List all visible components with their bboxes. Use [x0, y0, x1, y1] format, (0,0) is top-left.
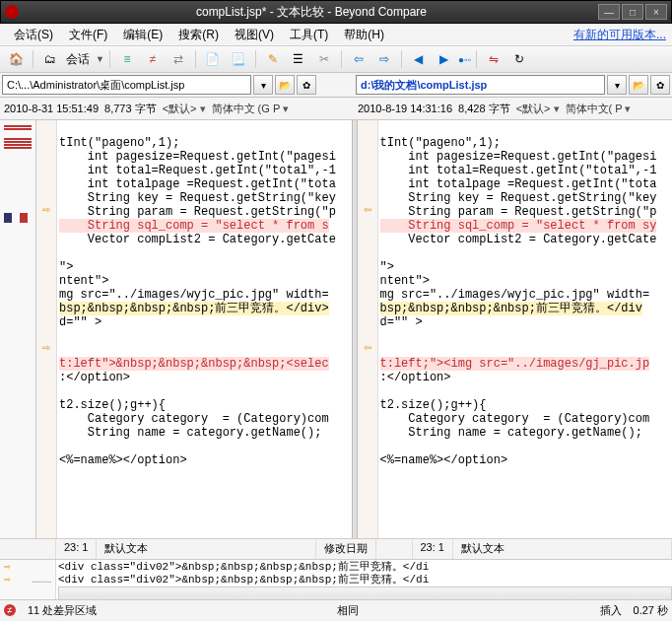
copy-right-icon[interactable]: ⇨	[372, 48, 396, 70]
minimize-button[interactable]: —	[598, 4, 620, 20]
left-cursor-pos: 23: 1	[56, 539, 97, 559]
menu-tools[interactable]: 工具(T)	[282, 25, 336, 45]
right-path-browse[interactable]: 📂	[629, 75, 648, 95]
prev-diff-icon[interactable]: ◀	[407, 48, 431, 70]
left-encoding[interactable]: <默认>	[163, 102, 206, 116]
session-button[interactable]: 🗂	[38, 48, 62, 70]
menu-file[interactable]: 文件(F)	[61, 25, 115, 45]
left-code-pane[interactable]: tInt("pageno",1); int pagesize=Request.g…	[57, 120, 352, 481]
merge-left-icon[interactable]	[358, 203, 377, 217]
show-all-icon[interactable]: ≡	[115, 48, 139, 70]
menu-search[interactable]: 搜索(R)	[170, 25, 227, 45]
window-title: compList.jsp* - 文本比较 - Beyond Compare	[25, 4, 598, 21]
merge-left-icon[interactable]	[358, 341, 377, 355]
swap-icon[interactable]: ⇋	[482, 48, 505, 70]
detail-gutter: ⇨ ⇨………	[0, 560, 56, 599]
close-button[interactable]: ×	[645, 4, 667, 20]
undo-icon[interactable]: ☰	[287, 48, 310, 70]
left-timestamp: 2010-8-31 15:51:49	[4, 103, 99, 114]
right-size: 8,428 字节	[458, 102, 510, 116]
cut-icon[interactable]: ✂	[312, 48, 336, 70]
right-cursor-pos: 23: 1	[413, 539, 453, 559]
horizontal-scrollbar[interactable]	[58, 586, 672, 599]
app-icon	[5, 5, 19, 19]
left-gutter	[36, 120, 57, 538]
detail-pane[interactable]: <div class="div02">&nbsp;&nbsp;&nbsp;&nb…	[56, 560, 672, 599]
dropdown-arrow-icon[interactable]: ▼	[96, 54, 104, 64]
right-path-save[interactable]: ✿	[650, 75, 670, 95]
left-path-dropdown[interactable]: ▾	[253, 75, 273, 95]
maximize-button[interactable]: □	[622, 4, 643, 20]
left-path-browse[interactable]: 📂	[275, 75, 295, 95]
diff-status-icon: ≠	[4, 604, 16, 616]
left-modified-label: 修改日期	[316, 539, 376, 559]
right-file-mode: 默认文本	[453, 539, 672, 559]
menu-view[interactable]: 视图(V)	[227, 25, 282, 45]
rules-icon[interactable]: 📄	[201, 48, 225, 70]
right-encoding[interactable]: <默认>	[516, 102, 560, 116]
right-code-pane[interactable]: tInt("pageno",1); int pagesize=Request.g…	[378, 120, 673, 481]
home-button[interactable]: 🏠	[4, 48, 28, 70]
load-time: 0.27 秒	[634, 603, 668, 618]
arrow-right-icon[interactable]: ⇨	[4, 560, 11, 573]
format-icon[interactable]: 📃	[227, 48, 250, 70]
update-link[interactable]: 有新的可用版本...	[573, 27, 666, 43]
merge-right-icon[interactable]	[36, 203, 56, 217]
left-charset[interactable]: 简体中文 (G P	[212, 102, 290, 116]
diff-count: 11 处差异区域	[28, 603, 97, 618]
show-diff-icon[interactable]: ≠	[141, 48, 165, 70]
show-same-icon[interactable]: ⇄	[167, 48, 190, 70]
merge-right-icon[interactable]	[36, 341, 56, 355]
right-charset[interactable]: 简体中文( P	[566, 102, 632, 116]
diff-jump-icon[interactable]: ●◦◦	[458, 54, 471, 65]
left-path-save[interactable]: ✿	[297, 75, 316, 95]
left-file-mode: 默认文本	[97, 539, 315, 559]
copy-left-icon[interactable]: ⇦	[347, 48, 370, 70]
right-path-dropdown[interactable]: ▾	[607, 75, 627, 95]
reload-icon[interactable]: ↻	[507, 48, 531, 70]
right-gutter	[358, 120, 378, 538]
right-path-input[interactable]	[356, 75, 605, 95]
session-label: 会话	[64, 51, 94, 68]
menu-edit[interactable]: 编辑(E)	[115, 25, 170, 45]
menu-help[interactable]: 帮助(H)	[336, 25, 392, 45]
same-label: 相同	[337, 603, 359, 618]
overview-map[interactable]	[0, 120, 36, 538]
right-timestamp: 2010-8-19 14:31:16	[358, 103, 452, 114]
menu-session[interactable]: 会话(S)	[6, 25, 61, 45]
next-diff-icon[interactable]: ▶	[433, 48, 456, 70]
left-path-input[interactable]	[2, 75, 251, 95]
copy-icon[interactable]: ✎	[261, 48, 285, 70]
arrow-right-icon[interactable]: ⇨	[4, 573, 11, 586]
insert-mode: 插入	[600, 603, 622, 618]
left-size: 8,773 字节	[104, 102, 157, 116]
